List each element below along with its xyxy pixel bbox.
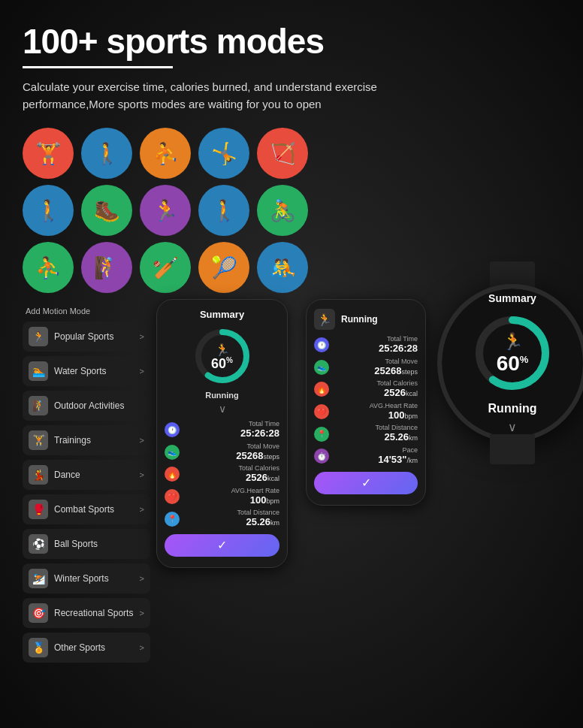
- detail-stat-time-text: Total Time 25:26:28: [334, 336, 418, 355]
- popular-sports-arrow: >: [140, 332, 144, 341]
- sidebar-item-winter-sports[interactable]: ⛷️ Winter Sports >: [23, 563, 150, 594]
- other-sports-icon: 🏅: [29, 638, 48, 657]
- detail-total-time-value: 25:26:28: [334, 343, 418, 355]
- sport-icon-3[interactable]: ⛹️: [140, 128, 191, 179]
- stat-row-heart: ❤️ AVG.Heart Rate 100bpm: [165, 488, 279, 506]
- sidebar-item-water-sports[interactable]: 🏊 Water Sports >: [23, 356, 150, 386]
- detail-total-distance-label: Total Distance: [334, 424, 418, 431]
- page-subtitle: Calculate your exercise time, calories b…: [23, 79, 413, 113]
- detail-calories-icon: 🔥: [314, 382, 329, 397]
- detail-total-move-value: 25268steps: [334, 365, 418, 377]
- detail-stat-heart-text: AVG.Heart Rate 100bpm: [334, 403, 418, 421]
- sport-icon-1[interactable]: 🏋️: [23, 128, 74, 179]
- sport-icon-11[interactable]: ⛹️: [23, 242, 74, 293]
- watch-title: Summary: [488, 292, 536, 304]
- heart-icon: ❤️: [165, 489, 180, 504]
- main-content: 100+ sports modes Calculate your exercis…: [0, 0, 583, 675]
- sport-icon-2[interactable]: 🚶: [81, 128, 132, 179]
- watch-strap-bottom: [490, 434, 535, 464]
- total-calories-label: Total Calories: [184, 465, 279, 472]
- sidebar-item-trainings[interactable]: 🏋️ Trainings >: [23, 425, 150, 455]
- ball-sports-icon: ⚽: [29, 534, 48, 554]
- stat-time-text: Total Time 25:26:28: [184, 421, 279, 440]
- detail-total-move-label: Total Move: [334, 358, 418, 365]
- circle-center: 🏃 60%: [211, 343, 233, 370]
- total-move-label: Total Move: [184, 443, 279, 450]
- sport-icon-15[interactable]: 🤼: [257, 242, 308, 293]
- detail-heart-icon: ❤️: [314, 404, 329, 419]
- winter-sports-label: Winter Sports: [54, 573, 134, 584]
- stat-distance-text: Total Distance 25.26km: [184, 509, 279, 528]
- watch-running-icon: 🏃: [503, 332, 523, 352]
- sport-icon-5[interactable]: 🏹: [257, 128, 308, 179]
- dance-label: Dance: [54, 470, 134, 480]
- sidebar-item-dance[interactable]: 💃 Dance >: [23, 460, 150, 490]
- detail-total-distance-value: 25.26km: [334, 431, 418, 443]
- detail-header: 🏃 Running: [314, 309, 418, 330]
- trainings-arrow: >: [140, 436, 144, 445]
- detail-stat-distance-text: Total Distance 25.26km: [334, 424, 418, 443]
- detail-confirm-button[interactable]: ✓: [314, 472, 418, 494]
- water-sports-label: Water Sports: [54, 366, 134, 376]
- popular-sports-icon: 🏃: [29, 327, 48, 346]
- stat-row-time: 🕐 Total Time 25:26:28: [165, 421, 279, 440]
- sport-icon-10[interactable]: 🚴: [257, 185, 308, 236]
- other-sports-label: Other Sports: [54, 642, 134, 653]
- detail-pace-label: Pace: [334, 447, 418, 454]
- watch-progress-circle: 🏃 60%: [471, 312, 554, 394]
- trainings-label: Trainings: [54, 435, 134, 446]
- detail-distance-icon: 📍: [314, 427, 329, 442]
- phone-screen-title: Summary: [165, 309, 279, 320]
- detail-stat-row-calories: 🔥 Total Calories 2526kcal: [314, 380, 418, 399]
- sidebar-item-outdoor[interactable]: 🧗 Outdoor Activities: [23, 391, 150, 421]
- circle-percent: 60%: [211, 357, 233, 370]
- stat-row-move: 👟 Total Move 25268steps: [165, 443, 279, 462]
- sport-icon-12[interactable]: 🧗: [81, 242, 132, 293]
- total-time-label: Total Time: [184, 421, 279, 427]
- sport-icon-9[interactable]: 🚶: [198, 185, 249, 236]
- combat-sports-icon: 🥊: [29, 500, 48, 519]
- detail-activity-name: Running: [341, 314, 378, 325]
- icons-row-1: 🏋️ 🚶 ⛹️ 🤸 🏹: [23, 128, 560, 179]
- other-sports-arrow: >: [140, 643, 144, 652]
- sport-icon-13[interactable]: 🏏: [140, 242, 191, 293]
- phone-confirm-button[interactable]: ✓: [165, 534, 279, 557]
- outdoor-label: Outdoor Activities: [54, 400, 138, 411]
- icons-row-2: 🚶 🥾 🏃 🚶 🚴: [23, 185, 560, 236]
- detail-stat-pace-text: Pace 14'53"/km: [334, 447, 418, 466]
- water-sports-arrow: >: [140, 367, 144, 376]
- circle-wrap: 🏃 60%: [192, 326, 252, 386]
- detail-stat-row-time: 🕐 Total Time 25:26:28: [314, 336, 418, 355]
- detail-total-calories-value: 2526kcal: [334, 387, 418, 399]
- sport-icon-14[interactable]: 🎾: [198, 242, 249, 293]
- sidebar-item-popular-sports[interactable]: 🏃 Popular Sports >: [23, 322, 150, 352]
- outdoor-icon: 🧗: [29, 396, 48, 415]
- phone-summary: Summary 🏃 60%: [156, 299, 303, 568]
- sport-icon-7[interactable]: 🥾: [81, 185, 132, 236]
- detail-stat-row-heart: ❤️ AVG.Heart Rate 100bpm: [314, 403, 418, 421]
- total-calories-value: 2526kcal: [184, 472, 279, 484]
- detail-stat-row-distance: 📍 Total Distance 25.26km: [314, 424, 418, 443]
- sport-icon-8[interactable]: 🏃: [140, 185, 191, 236]
- detail-avg-heart-value: 100bpm: [334, 409, 418, 421]
- phone-detail-mock: 🏃 Running 🕐 Total Time 25:26:28 👟 Total …: [306, 299, 426, 506]
- sidebar-item-other-sports[interactable]: 🏅 Other Sports >: [23, 633, 150, 663]
- sidebar-item-ball-sports[interactable]: ⚽ Ball Sports: [23, 529, 150, 559]
- avg-heart-value: 100bpm: [184, 494, 279, 506]
- combat-sports-arrow: >: [140, 505, 144, 514]
- sidebar-item-combat-sports[interactable]: 🥊 Combat Sports >: [23, 494, 150, 524]
- total-distance-value: 25.26km: [184, 516, 279, 528]
- winter-sports-arrow: >: [140, 574, 144, 583]
- sidebar-title: Add Motion Mode: [23, 307, 150, 316]
- sport-icon-6[interactable]: 🚶: [23, 185, 74, 236]
- sidebar-item-recreational-sports[interactable]: 🎯 Recreational Sports >: [23, 598, 150, 628]
- headline-divider: [23, 66, 173, 68]
- move-icon: 👟: [165, 445, 180, 460]
- water-sports-icon: 🏊: [29, 361, 48, 381]
- total-distance-label: Total Distance: [184, 509, 279, 516]
- sport-icon-4[interactable]: 🤸: [198, 128, 249, 179]
- watch-body: Summary 🏃 60%: [437, 284, 583, 442]
- watch-screen: Summary 🏃 60%: [442, 288, 583, 437]
- detail-time-icon: 🕐: [314, 337, 329, 352]
- stat-calories-text: Total Calories 2526kcal: [184, 465, 279, 484]
